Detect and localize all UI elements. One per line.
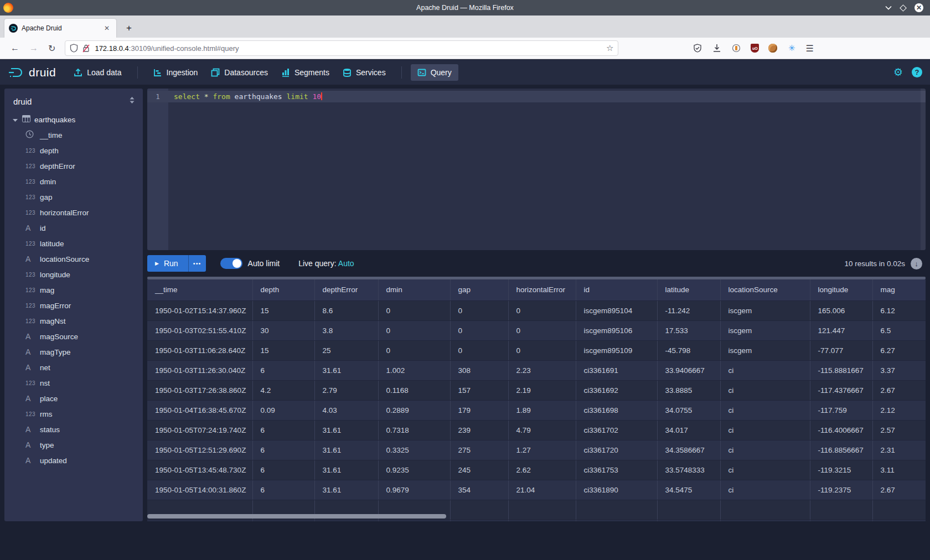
table-cell[interactable]: 4.03 xyxy=(314,400,378,420)
table-cell[interactable]: 33.8885 xyxy=(657,380,720,400)
nav-item-services[interactable]: Services xyxy=(336,64,392,81)
table-cell[interactable]: ci xyxy=(720,480,810,500)
table-cell[interactable]: 239 xyxy=(450,420,508,440)
table-cell[interactable]: 6 xyxy=(252,460,314,480)
download-results-icon[interactable]: ↓ xyxy=(911,258,922,269)
table-cell[interactable]: ci3361890 xyxy=(576,480,657,500)
table-cell[interactable]: 1950-01-05T12:51:29.690Z xyxy=(147,440,252,460)
table-cell[interactable]: 1.27 xyxy=(508,440,576,460)
column-header-id[interactable]: id xyxy=(576,279,657,300)
table-cell[interactable]: 6 xyxy=(252,440,314,460)
table-cell[interactable]: 275 xyxy=(450,440,508,460)
table-cell[interactable]: 1950-01-05T07:24:19.740Z xyxy=(147,420,252,440)
sidebar-column-status[interactable]: Astatus xyxy=(4,422,143,437)
column-header-dmin[interactable]: dmin xyxy=(378,279,450,300)
sidebar-column-gap[interactable]: 123gap xyxy=(4,189,143,205)
table-cell[interactable]: 1950-01-03T02:51:55.410Z xyxy=(147,320,252,340)
table-cell[interactable]: 165.006 xyxy=(810,300,872,320)
table-cell[interactable]: -116.8856667 xyxy=(810,440,872,460)
table-cell[interactable]: 4.2 xyxy=(252,380,314,400)
table-cell[interactable]: 354 xyxy=(450,480,508,500)
table-cell[interactable]: 6.5 xyxy=(872,320,926,340)
column-header-gap[interactable]: gap xyxy=(450,279,508,300)
nav-item-load-data[interactable]: Load data xyxy=(67,64,128,81)
table-cell[interactable]: 179 xyxy=(450,400,508,420)
sidebar-column-mag[interactable]: 123mag xyxy=(4,282,143,298)
nav-item-datasources[interactable]: Datasources xyxy=(204,64,275,81)
sidebar-table-earthquakes[interactable]: earthquakes xyxy=(4,112,143,127)
table-cell[interactable]: 1950-01-05T14:00:31.860Z xyxy=(147,480,252,500)
table-cell[interactable]: iscgem895109 xyxy=(576,340,657,360)
url-bar[interactable]: 172.18.0.4:30109/unified-console.html#qu… xyxy=(65,40,618,56)
forward-icon[interactable]: → xyxy=(24,42,43,54)
table-cell[interactable]: 34.5475 xyxy=(657,480,720,500)
table-cell[interactable]: 245 xyxy=(450,460,508,480)
table-cell[interactable]: 0.09 xyxy=(252,400,314,420)
sidebar-column-locationSource[interactable]: AlocationSource xyxy=(4,251,143,267)
sidebar-column-magError[interactable]: 123magError xyxy=(4,298,143,313)
table-cell[interactable]: iscgem xyxy=(720,340,810,360)
sidebar-column-type[interactable]: Atype xyxy=(4,437,143,453)
nav-item-segments[interactable]: Segments xyxy=(275,64,336,81)
table-cell[interactable]: -115.8881667 xyxy=(810,360,872,380)
table-cell[interactable]: 15 xyxy=(252,300,314,320)
table-cell[interactable]: -117.4376667 xyxy=(810,380,872,400)
window-minimize-button[interactable] xyxy=(885,4,892,11)
table-cell[interactable]: ci xyxy=(720,440,810,460)
table-cell[interactable]: 0 xyxy=(508,320,576,340)
run-button[interactable]: ▶ Run xyxy=(147,255,188,272)
table-cell[interactable]: 3.8 xyxy=(314,320,378,340)
table-cell[interactable]: 25 xyxy=(314,340,378,360)
downloads-icon[interactable] xyxy=(712,43,722,53)
help-icon[interactable]: ? xyxy=(912,67,922,77)
druid-brand[interactable]: druid xyxy=(8,66,56,79)
auto-limit-toggle[interactable] xyxy=(220,258,242,269)
table-cell[interactable]: -116.4006667 xyxy=(810,420,872,440)
table-cell[interactable]: 0 xyxy=(378,340,450,360)
sidebar-column-place[interactable]: Aplace xyxy=(4,391,143,406)
table-cell[interactable]: 0 xyxy=(508,300,576,320)
table-cell[interactable]: 2.23 xyxy=(508,360,576,380)
nav-item-ingestion[interactable]: Ingestion xyxy=(147,64,205,81)
table-cell[interactable]: ci3361692 xyxy=(576,380,657,400)
sidebar-column-dmin[interactable]: 123dmin xyxy=(4,174,143,189)
sidebar-column-magType[interactable]: AmagType xyxy=(4,344,143,360)
table-cell[interactable]: iscgem895104 xyxy=(576,300,657,320)
table-cell[interactable]: 2.31 xyxy=(872,440,926,460)
table-cell[interactable]: 0.3325 xyxy=(378,440,450,460)
column-header-mag[interactable]: mag xyxy=(872,279,926,300)
table-cell[interactable]: 0.1168 xyxy=(378,380,450,400)
table-cell[interactable]: iscgem xyxy=(720,300,810,320)
schema-name[interactable]: druid xyxy=(13,97,32,106)
query-text[interactable]: select * from earthquakes limit 10 xyxy=(174,91,322,102)
table-cell[interactable]: 1950-01-03T11:26:30.040Z xyxy=(147,360,252,380)
table-cell[interactable]: 0 xyxy=(450,320,508,340)
sidebar-column-rms[interactable]: 123rms xyxy=(4,406,143,422)
table-cell[interactable]: -119.3215 xyxy=(810,460,872,480)
table-cell[interactable]: 0.9235 xyxy=(378,460,450,480)
pinwheel-extension-icon[interactable]: ✳ xyxy=(787,43,797,53)
table-cell[interactable]: 31.61 xyxy=(314,420,378,440)
sidebar-column-depthError[interactable]: 123depthError xyxy=(4,158,143,174)
window-close-button[interactable]: ✕ xyxy=(914,3,923,12)
table-cell[interactable]: 34.3586667 xyxy=(657,440,720,460)
table-cell[interactable]: 34.0755 xyxy=(657,400,720,420)
column-header-longitude[interactable]: longitude xyxy=(810,279,872,300)
table-cell[interactable]: 0.7318 xyxy=(378,420,450,440)
table-cell[interactable]: 121.447 xyxy=(810,320,872,340)
table-cell[interactable]: 1950-01-04T16:38:45.670Z xyxy=(147,400,252,420)
table-cell[interactable]: 6 xyxy=(252,480,314,500)
column-header-__time[interactable]: __time xyxy=(147,279,252,300)
table-cell[interactable]: 0 xyxy=(450,300,508,320)
table-cell[interactable]: 2.62 xyxy=(508,460,576,480)
table-cell[interactable]: 2.67 xyxy=(872,480,926,500)
table-cell[interactable]: ci3361702 xyxy=(576,420,657,440)
table-cell[interactable]: 31.61 xyxy=(314,480,378,500)
permissions-shield-icon[interactable] xyxy=(693,43,702,53)
table-cell[interactable]: 6.12 xyxy=(872,300,926,320)
sidebar-column-nst[interactable]: 123nst xyxy=(4,375,143,391)
table-cell[interactable]: -117.759 xyxy=(810,400,872,420)
table-cell[interactable]: ci3361720 xyxy=(576,440,657,460)
table-cell[interactable]: 1950-01-03T17:26:38.860Z xyxy=(147,380,252,400)
table-cell[interactable]: ci xyxy=(720,380,810,400)
